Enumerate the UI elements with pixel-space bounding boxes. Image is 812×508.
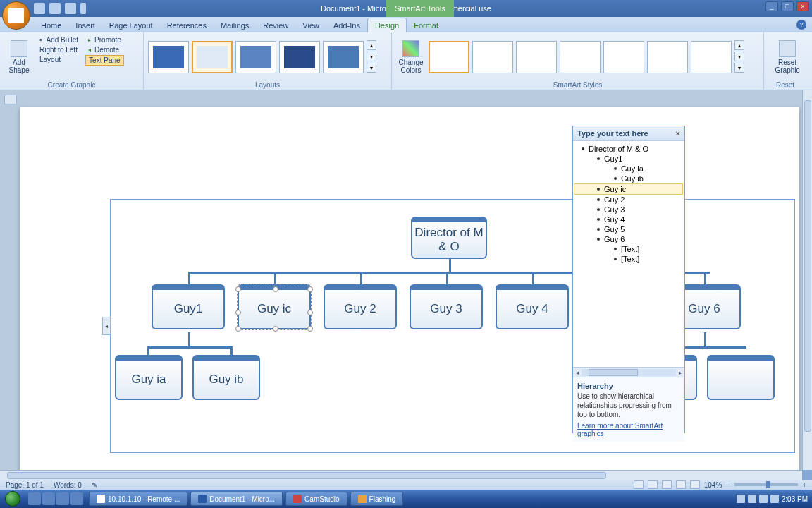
text-pane-close-icon[interactable]: × [676, 129, 680, 138]
zoom-percent[interactable]: 104% [704, 481, 722, 489]
tab-insert[interactable]: Insert [68, 18, 102, 32]
change-colors-button[interactable]: Change Colors [396, 40, 426, 74]
style-thumb-7[interactable] [691, 41, 732, 73]
view-draft-icon[interactable] [690, 480, 700, 489]
node-guy4[interactable]: Guy 4 [496, 284, 569, 329]
tray-icon[interactable] [748, 495, 756, 503]
tp-item[interactable]: Guy 2 [574, 195, 683, 205]
demote-button[interactable]: Demote [85, 45, 124, 54]
ql-show-desktop-icon[interactable] [70, 492, 83, 505]
help-icon[interactable]: ? [796, 20, 806, 30]
minimize-button[interactable]: _ [765, 1, 778, 11]
status-words[interactable]: Words: 0 [54, 481, 82, 489]
zoom-out-button[interactable]: − [726, 481, 730, 489]
tab-home[interactable]: Home [34, 18, 68, 32]
add-shape-button[interactable]: Add Shape [4, 35, 34, 79]
tp-info-link[interactable]: Learn more about SmartArt graphics [577, 422, 680, 437]
ruler-toggle[interactable] [4, 95, 17, 104]
qat-save-icon[interactable] [34, 3, 45, 14]
styles-scroll[interactable]: ▴▾▾ [734, 40, 744, 74]
text-pane-button[interactable]: Text Pane [85, 55, 124, 66]
task-flashing[interactable]: Flashing [350, 492, 404, 506]
qat-undo-icon[interactable] [49, 3, 61, 14]
layout-thumb-3[interactable] [235, 41, 276, 73]
tab-references[interactable]: References [160, 18, 214, 32]
layout-button[interactable]: Layout [37, 55, 81, 64]
tray-network-icon[interactable] [770, 495, 779, 503]
ql-media-icon[interactable] [56, 492, 69, 505]
smartart-canvas[interactable]: ◂ Director of M & O Guy1 Guy ic [110, 199, 795, 453]
node-guy1[interactable]: Guy1 [152, 284, 225, 329]
node-director[interactable]: Director of M & O [411, 217, 487, 259]
start-button[interactable] [0, 490, 25, 508]
tab-addins[interactable]: Add-Ins [326, 18, 367, 32]
style-thumb-3[interactable] [516, 41, 557, 73]
text-pane-hscroll[interactable]: ◂▸ [573, 367, 684, 377]
clock[interactable]: 2:03 PM [782, 495, 808, 503]
ql-explorer-icon[interactable] [42, 492, 55, 505]
tp-item[interactable]: Guy 4 [574, 214, 683, 224]
proofing-icon[interactable]: ✎ [92, 481, 97, 489]
style-thumb-2[interactable] [472, 41, 513, 73]
layouts-scroll[interactable]: ▴▾▾ [367, 40, 376, 74]
node-guy3[interactable]: Guy 3 [410, 284, 483, 329]
layout-thumb-1[interactable] [148, 41, 189, 73]
qat-customize-icon[interactable] [80, 3, 86, 14]
zoom-in-button[interactable]: + [802, 481, 806, 489]
layout-thumb-5[interactable] [323, 41, 364, 73]
layout-thumb-2[interactable] [192, 41, 233, 73]
tp-item[interactable]: Guy 3 [574, 205, 683, 214]
zoom-slider[interactable] [734, 483, 798, 486]
tab-view[interactable]: View [295, 18, 326, 32]
task-word[interactable]: Document1 - Micro... [190, 492, 283, 506]
tp-item[interactable]: Guy ia [574, 164, 683, 174]
add-bullet-button[interactable]: Add Bullet [37, 35, 81, 44]
tab-design[interactable]: Design [367, 18, 407, 32]
reset-graphic-button[interactable]: Reset Graphic [768, 35, 806, 79]
horizontal-scrollbar[interactable] [0, 470, 802, 480]
tp-item[interactable]: Director of M & O [574, 144, 683, 154]
ql-ie-icon[interactable] [28, 492, 41, 505]
node-guy-ib[interactable]: Guy ib [192, 355, 260, 400]
textpane-expand-handle[interactable]: ◂ [102, 317, 111, 335]
style-thumb-5[interactable] [603, 41, 644, 73]
view-full-screen-icon[interactable] [648, 480, 658, 489]
tab-format[interactable]: Format [407, 18, 445, 32]
node-guy2[interactable]: Guy 2 [324, 284, 397, 329]
tp-item[interactable]: Guy 6 [574, 234, 683, 244]
style-thumb-6[interactable] [647, 41, 688, 73]
view-web-icon[interactable] [662, 480, 672, 489]
style-thumb-1[interactable] [429, 41, 469, 73]
task-camstudio[interactable]: CamStudio [285, 492, 347, 506]
tab-page-layout[interactable]: Page Layout [102, 18, 160, 32]
tp-item[interactable]: Guy ib [574, 174, 683, 183]
tray-icon[interactable] [737, 495, 745, 503]
office-button[interactable] [2, 1, 30, 30]
node-guy-ia[interactable]: Guy ia [115, 355, 183, 400]
view-outline-icon[interactable] [676, 480, 686, 489]
style-thumb-4[interactable] [560, 41, 601, 73]
promote-button[interactable]: Promote [85, 35, 124, 44]
tp-item[interactable]: Guy 5 [574, 224, 683, 234]
vertical-scrollbar[interactable] [802, 90, 812, 470]
maximize-button[interactable]: □ [781, 1, 794, 11]
tray-volume-icon[interactable] [759, 495, 768, 503]
status-page[interactable]: Page: 1 of 1 [6, 481, 44, 489]
tp-item[interactable]: Guy1 [574, 154, 683, 164]
task-remote[interactable]: 10.10.1.10 - Remote ... [89, 492, 187, 506]
tp-item-selected[interactable]: Guy ic [574, 183, 683, 195]
tab-mailings[interactable]: Mailings [214, 18, 256, 32]
right-to-left-button[interactable]: Right to Left [37, 45, 81, 54]
node-empty-2[interactable] [707, 355, 775, 400]
tp-item[interactable]: [Text] [574, 254, 683, 264]
word-icon [198, 495, 207, 503]
tp-item[interactable]: [Text] [574, 244, 683, 254]
qat-redo-icon[interactable] [65, 3, 76, 14]
taskbar: 10.10.1.10 - Remote ... Document1 - Micr… [0, 490, 812, 508]
close-button[interactable]: × [796, 1, 809, 11]
tab-review[interactable]: Review [256, 18, 295, 32]
node-guy-ic[interactable]: Guy ic [238, 284, 311, 329]
view-print-layout-icon[interactable] [634, 480, 644, 489]
text-pane-body[interactable]: Director of M & O Guy1 Guy ia Guy ib Guy… [573, 141, 684, 367]
layout-thumb-4[interactable] [279, 41, 320, 73]
